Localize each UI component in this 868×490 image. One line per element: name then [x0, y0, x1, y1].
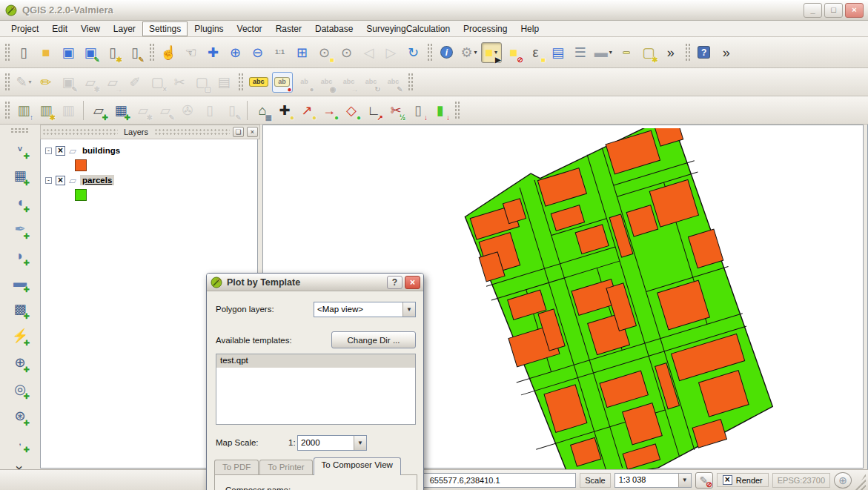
expander-icon[interactable]: - [45, 177, 52, 184]
layers-panel-header[interactable]: Layers ❏ × [40, 125, 260, 139]
add-oracle-layer-icon[interactable]: ▬✚ [10, 272, 30, 293]
menu-view[interactable]: View [74, 21, 107, 36]
chevron-down-icon[interactable]: ▼ [354, 436, 366, 450]
layer-row[interactable]: -×▱parcels [45, 173, 257, 187]
menu-edit[interactable]: Edit [45, 21, 74, 36]
window-titlebar[interactable]: QGIS 2.2.0-Valmiera _ □ × [0, 0, 868, 21]
menu-database[interactable]: Database [308, 21, 360, 36]
add-web-layer-icon[interactable]: ◎✚ [10, 379, 30, 400]
maximize-button[interactable]: □ [824, 3, 843, 18]
toolbar-overflow-icon[interactable]: » [660, 42, 681, 63]
calculate-fieldbook-icon[interactable]: ▥✱ [36, 100, 56, 121]
menu-vector[interactable]: Vector [231, 21, 269, 36]
add-postgis-layer-icon[interactable]: ◖✚ [10, 192, 30, 213]
pan-map-icon[interactable]: ☜ [180, 42, 201, 63]
menu-settings[interactable]: Settings [142, 21, 188, 36]
polygon-layers-select[interactable]: <Map view> ▼ [314, 302, 416, 317]
layer-visibility-checkbox[interactable]: × [56, 176, 65, 185]
new-project-icon[interactable]: ▯ [13, 42, 34, 63]
menu-layer[interactable]: Layer [107, 21, 142, 36]
layer-swatch[interactable] [75, 189, 87, 201]
expander-icon[interactable]: - [45, 148, 52, 154]
select-by-expression-icon[interactable]: ε■ [526, 42, 546, 63]
add-mssql-layer-icon[interactable]: ◗✚ [10, 245, 30, 266]
menu-surveyingcalculation[interactable]: SurveyingCalculation [360, 21, 457, 36]
dialog-close-button[interactable]: × [405, 276, 420, 289]
map-scale-select[interactable]: 2000 ▼ [297, 435, 367, 451]
crs-status-button[interactable]: EPSG:23700 [772, 473, 830, 488]
batch-plotting-icon[interactable]: ▮↓ [430, 100, 451, 121]
toggle-editing-icon[interactable]: ✏ [36, 72, 56, 93]
refresh-icon[interactable]: ↻ [402, 42, 423, 63]
templates-list[interactable]: test.qpt [216, 354, 416, 425]
scale-select[interactable]: 1:3 038 ▼ [614, 473, 692, 488]
total-station-icon[interactable]: ⌂▦ [252, 100, 273, 121]
deselect-features-icon[interactable]: ■⊘ [503, 42, 524, 63]
polygon-calculation-icon[interactable]: →● [319, 100, 339, 121]
tab-to-composer-view[interactable]: To Composer View [314, 457, 401, 475]
polygon-division-icon[interactable]: ✂½ [385, 100, 406, 121]
touch-zoom-icon[interactable]: ☝ [158, 42, 179, 63]
menu-plugins[interactable]: Plugins [188, 21, 230, 36]
add-polygon-feature-icon[interactable]: ▱✚ [88, 100, 109, 121]
chevron-down-icon[interactable]: ▾ [609, 49, 612, 56]
add-raster-feature-icon[interactable]: ▦✚ [110, 100, 131, 121]
menu-raster[interactable]: Raster [269, 21, 308, 36]
layer-row[interactable]: -×▱buildings [45, 144, 257, 157]
add-wfs-layer-icon[interactable]: ⊛✚ [10, 405, 30, 426]
save-project-as-icon[interactable]: ▣✎ [80, 42, 101, 63]
add-raster-layer-icon[interactable]: ▦✚ [10, 165, 30, 186]
layer-visibility-checkbox[interactable]: × [56, 146, 65, 156]
zoom-out-icon[interactable]: ⊖ [247, 42, 268, 63]
plot-by-template-icon[interactable]: ▯↓ [408, 100, 428, 121]
new-composer-icon[interactable]: ▯✱ [102, 42, 123, 63]
change-dir-button[interactable]: Change Dir ... [331, 331, 416, 348]
dialog-help-button[interactable]: ? [387, 276, 402, 289]
run-feature-action-icon[interactable]: ⚙▾ [458, 42, 479, 63]
add-wms-layer-icon[interactable]: ▩✚ [10, 299, 30, 320]
panel-close-icon[interactable]: × [247, 127, 258, 137]
add-survey-point-icon[interactable]: ✚● [274, 100, 295, 121]
layer-name[interactable]: parcels [80, 175, 114, 185]
layer-swatch[interactable] [75, 159, 87, 171]
template-list-item[interactable]: test.qpt [216, 354, 415, 368]
select-rectangle-icon[interactable]: ■▶▾ [481, 42, 502, 63]
help-icon[interactable]: ? [694, 42, 715, 63]
menu-processing[interactable]: Processing [457, 21, 514, 36]
toolbar-overflow2-icon[interactable]: » [716, 42, 737, 63]
add-delimited-text-layer-icon[interactable]: ,✚ [10, 432, 30, 453]
pin-label-icon[interactable]: ab● [272, 72, 293, 93]
chevron-down-icon[interactable]: ▼ [402, 302, 415, 317]
open-project-icon[interactable]: ■ [36, 42, 56, 63]
resize-grip[interactable] [855, 474, 866, 490]
field-calculator-icon[interactable]: ☰ [570, 42, 591, 63]
stop-render-icon[interactable]: ✎⊘ [695, 472, 713, 489]
add-vector-layer-icon[interactable]: V✚ [10, 139, 30, 159]
zoom-to-layer-icon[interactable]: ⊙ [336, 42, 357, 63]
traverse-calculation-icon[interactable]: ↗● [296, 100, 317, 121]
save-project-icon[interactable]: ▣ [58, 42, 79, 63]
upload-fieldbook-icon[interactable]: ▥↑ [13, 100, 34, 121]
render-toggle[interactable]: × Render [717, 473, 769, 487]
zoom-in-icon[interactable]: ⊕ [225, 42, 245, 63]
chevron-down-icon[interactable]: ▾ [474, 49, 477, 56]
crs-globe-icon[interactable]: ⊕ [834, 472, 852, 489]
zoom-full-icon[interactable]: ⊞ [291, 42, 312, 63]
measure-icon[interactable]: ▬▾ [592, 42, 614, 63]
add-georaster-layer-icon[interactable]: ⚡✚ [10, 325, 30, 346]
dialog-titlebar[interactable]: Plot by Template ? × [207, 274, 423, 291]
chevron-down-icon[interactable]: ▼ [678, 474, 691, 487]
toolbar-grip[interactable] [10, 128, 30, 133]
menu-help[interactable]: Help [514, 21, 546, 36]
new-bookmark-icon[interactable]: ▢✱ [638, 42, 659, 63]
network-adjustment-icon[interactable]: ◇● [341, 100, 362, 121]
map-tips-icon[interactable] [616, 42, 637, 63]
chevron-down-icon[interactable]: ▾ [494, 49, 497, 56]
close-button[interactable]: × [845, 3, 864, 18]
coordinate-transformation-icon[interactable]: ∟↗ [363, 100, 384, 121]
attribute-table-icon[interactable]: ▤ [548, 42, 569, 63]
add-wcs-layer-icon[interactable]: ⊕✚ [10, 352, 30, 373]
render-checkbox-icon[interactable]: × [723, 475, 732, 485]
composer-manager-icon[interactable]: ▯✎ [125, 42, 145, 63]
add-spatialite-layer-icon[interactable]: ✒✚ [10, 219, 30, 239]
